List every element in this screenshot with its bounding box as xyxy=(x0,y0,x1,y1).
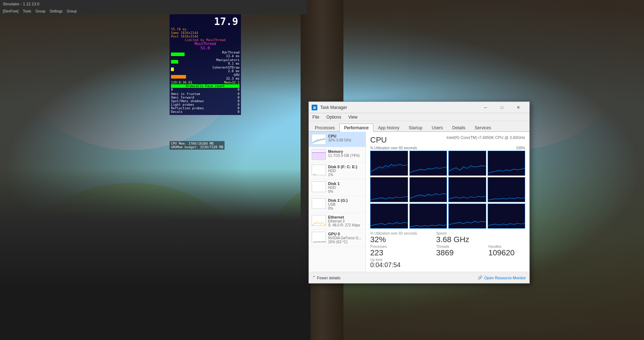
task-manager-window: ▦ Task Manager ─ □ ✕ File Options View P… xyxy=(308,101,530,284)
gpu0-mini-chart xyxy=(312,232,326,242)
resource-item-ethernet[interactable]: Ethernet Ethernet 3 S: 48.0 R: 272 Kbps xyxy=(309,213,366,230)
resource-item-disk1[interactable]: Disk 1 HDD 0% xyxy=(309,179,366,196)
hud-res-row: Game 1816x2144 xyxy=(171,31,240,35)
cpu-title: CPU xyxy=(370,135,387,145)
resource-item-gpu0[interactable]: GPU 0 NVIDIA GeForce G... 15% (63 °C) xyxy=(309,230,366,246)
tm-menu-options[interactable]: Options xyxy=(324,113,343,121)
disk2-mini-chart xyxy=(312,198,326,209)
hud-game-res: Game 1816x2144 xyxy=(171,31,198,35)
sim-menu-settings[interactable]: Settings xyxy=(50,9,62,13)
memory-resource-name: Memory xyxy=(328,149,363,154)
cpu-graphs-grid xyxy=(370,151,525,229)
hud-mainthread-val: 51.0 xyxy=(171,46,240,50)
hud-manip-bar xyxy=(171,60,178,64)
memory-resource-sub: 11.7/15.9 GB (74%) xyxy=(328,154,363,158)
sim-menu-group[interactable]: Group xyxy=(35,9,45,13)
simulator-titlebar: Simulator - 1.12.13.0 xyxy=(0,0,307,8)
hud-post-res: Post 1816x2144 xyxy=(171,35,198,38)
tab-performance[interactable]: Performance xyxy=(339,124,373,132)
hud-light-val: 0 xyxy=(238,103,240,106)
sim-menu-group2[interactable]: Group xyxy=(67,9,77,13)
task-manager-title: Task Manager xyxy=(320,105,347,110)
hud-timestamp-row: 129:8:36.01 Med=32.1 xyxy=(171,81,240,84)
resource-item-disk2[interactable]: Disk 2 (G:) USB 0% xyxy=(309,196,366,213)
resource-item-cpu[interactable]: CPU 32% 3.68 GHz xyxy=(309,132,366,147)
tab-startup[interactable]: Startup xyxy=(404,124,427,132)
stat-handles-value: 109620 xyxy=(488,249,525,257)
cpu-core-graph-4 xyxy=(488,151,525,176)
stat-processes: Processes 223 xyxy=(370,245,428,257)
sim-menu-tools[interactable]: Tools xyxy=(23,9,31,13)
fewer-details-button[interactable]: ⌃ Fewer details xyxy=(312,275,340,280)
tab-app-history[interactable]: App history xyxy=(373,124,404,132)
stat-speed-value: 3.68 GHz xyxy=(436,235,480,244)
cpu-header: CPU Intel(R) Core(TM) i7-6850K CPU @ 3.6… xyxy=(370,135,525,145)
cpu-resource-info: CPU 32% 3.68 GHz xyxy=(328,134,363,142)
hud-omnifwd-row: Omni forward 0 xyxy=(171,96,240,99)
hud-omni-val: 0 xyxy=(238,92,240,96)
resource-item-disk0[interactable]: Disk 0 (F: C: E:) HDD 1% xyxy=(309,162,366,179)
hud-reflect-label: Reflection probes xyxy=(171,106,204,110)
tm-menu-file[interactable]: File xyxy=(310,113,321,121)
task-manager-icon: ▦ xyxy=(312,105,317,110)
fewer-details-label: Fewer details xyxy=(317,276,340,280)
hud-decals-label: Decals xyxy=(171,110,183,114)
cpu-detail-panel: CPU Intel(R) Core(TM) i7-6850K CPU @ 3.6… xyxy=(366,132,529,272)
resource-item-memory[interactable]: Memory 11.7/15.9 GB (74%) xyxy=(309,147,366,162)
hud-coherent-bar xyxy=(171,68,174,71)
stat-threads-value: 3869 xyxy=(436,249,480,257)
stat-uptime-value: 0:04:07:54 xyxy=(370,262,428,269)
fewer-details-icon: ⌃ xyxy=(312,275,316,280)
hud-fc-val: 0 xyxy=(238,88,240,91)
disk0-resource-name: Disk 0 (F: C: E:) xyxy=(328,165,363,169)
sim-menu-devfree[interactable]: [DevFree] xyxy=(3,9,19,13)
simulator-menubar: [DevFree] Tools Group Settings Group xyxy=(0,8,307,14)
tab-details[interactable]: Details xyxy=(448,124,470,132)
tab-processes[interactable]: Processes xyxy=(310,124,339,132)
ethernet-sub2: S: 48.0 R: 272 Kbps xyxy=(328,223,363,227)
disk0-resource-info: Disk 0 (F: C: E:) HDD 1% xyxy=(328,165,363,177)
hud-light-row: Light probes 0 xyxy=(171,103,240,106)
disk2-resource-info: Disk 2 (G:) USB 0% xyxy=(328,198,363,210)
hud-manip-label: Manipulators 9.1 ms xyxy=(179,58,240,65)
gpu0-resource-name: GPU 0 xyxy=(328,232,363,236)
memory-mini-chart xyxy=(312,149,326,160)
hud-limited: Limited by MainThread xyxy=(171,38,240,42)
task-manager-titlebar: ▦ Task Manager ─ □ ✕ xyxy=(309,102,529,113)
simulator-title: Simulator - 1.12.13.0 xyxy=(3,2,39,6)
stat-utilization-value: 32% xyxy=(370,235,428,244)
hud-gpu-row: GPU 32.3 ms xyxy=(171,73,240,80)
hud-post-row: Post 1816x2144 xyxy=(171,35,240,38)
disk2-sub2: 0% xyxy=(328,206,363,210)
open-resource-monitor-link[interactable]: 🔗 Open Resource Monitor xyxy=(478,275,526,280)
hud-reflect-val: 0 xyxy=(238,106,240,110)
hud-rdrthread-row: RdrThread 13.4 ms xyxy=(171,51,240,58)
hud-overlay: 17.9 55.78 ms Game 1816x2144 Post 1816x2… xyxy=(170,14,241,115)
hud-rdrthread-bar xyxy=(171,52,185,56)
cpu-mini-chart xyxy=(312,134,326,145)
task-manager-tabs: Processes Performance App history Startu… xyxy=(309,121,529,132)
close-button[interactable]: ✕ xyxy=(510,102,527,113)
tab-users[interactable]: Users xyxy=(427,124,447,132)
hud-decals-row: Decals 0 xyxy=(171,110,240,114)
tab-services[interactable]: Services xyxy=(470,124,496,132)
hud-dc-row: 0 0 xyxy=(171,88,240,91)
ethernet-sub1: Ethernet 3 xyxy=(328,219,363,223)
gpu0-sub2: 15% (63 °C) xyxy=(328,240,363,244)
ethernet-mini-chart xyxy=(312,215,326,226)
utilization-label: % Utilization over 60 seconds 100% xyxy=(370,146,525,150)
disk1-sub1: HDD xyxy=(328,186,363,190)
tm-menu-view[interactable]: View xyxy=(346,113,360,121)
stat-spacer xyxy=(488,231,525,244)
cpu-core-graph-5 xyxy=(370,177,408,202)
resource-sidebar: CPU 32% 3.68 GHz Memory 11.7/15.9 GB (74… xyxy=(309,132,366,272)
stat-handles: Handles 109620 xyxy=(488,245,525,257)
hud-coherent-label: CoherentGTDraw 2.6 ms xyxy=(175,66,240,73)
disk0-sub2: 1% xyxy=(328,173,363,177)
hud-coherent-row: CoherentGTDraw 2.6 ms xyxy=(171,66,240,73)
utilization-max: 100% xyxy=(516,146,525,150)
maximize-button[interactable]: □ xyxy=(494,102,510,113)
minimize-button[interactable]: ─ xyxy=(477,102,494,113)
hud-med: Med=32.1 xyxy=(224,81,240,84)
cpu-model: Intel(R) Core(TM) i7-6850K CPU @ 3.60GHz xyxy=(447,135,525,140)
